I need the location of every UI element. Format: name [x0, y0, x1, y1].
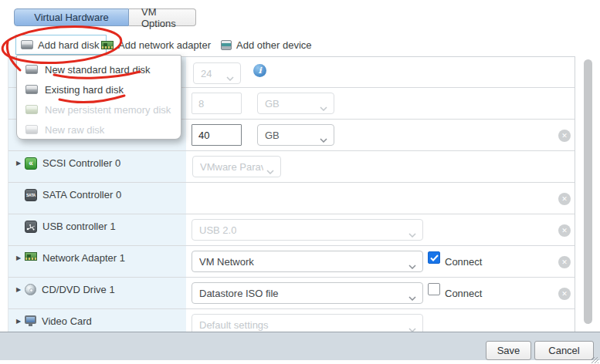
add-network-adapter-button[interactable]: Add network adapter	[101, 35, 211, 55]
menu-item-label: New standard hard disk	[45, 64, 151, 76]
video-settings-select: Default settings	[192, 314, 423, 332]
usb-controller-icon	[25, 221, 37, 233]
row-usb-controller: ▶ USB controller 1 USB 2.0	[8, 214, 575, 246]
row-label: SATA Controller 0	[42, 189, 121, 201]
network-label-cell: ▶ Network Adapter 1	[8, 246, 186, 277]
chevron-down-icon	[408, 260, 416, 271]
chevron-down-icon	[408, 228, 416, 240]
sata-controller-icon: SATA	[25, 189, 37, 201]
chevron-down-icon	[320, 133, 327, 145]
expand-arrow-icon[interactable]: ▶	[16, 252, 25, 265]
network-adapter-icon	[101, 41, 114, 49]
cd-dvd-icon	[25, 284, 36, 295]
tab-virtual-hardware[interactable]: Virtual Hardware	[14, 8, 129, 26]
menu-item-new-persistent-memory-disk: New persistent memory disk	[17, 99, 181, 120]
video-label-cell: ▶ Video Card	[8, 309, 186, 332]
hard-disk-icon	[21, 40, 33, 49]
add-hard-disk-label: Add hard disk	[38, 39, 100, 51]
network-adapter-icon	[25, 252, 37, 261]
add-device-toolbar: Add hard disk Add network adapter Add ot…	[0, 35, 600, 56]
remove-cd-dvd-icon[interactable]: ✕	[558, 288, 571, 300]
add-network-adapter-label: Add network adapter	[118, 39, 211, 51]
chevron-down-icon	[408, 323, 416, 332]
remove-usb-controller-icon[interactable]: ✕	[558, 224, 571, 237]
tab-vm-options[interactable]: VM Options	[129, 8, 196, 26]
scsi-type-select: VMware Paravirtual	[192, 156, 281, 177]
row-network-adapter: ▶ Network Adapter 1 VM Network Connect ✕	[8, 246, 575, 278]
menu-item-new-raw-disk: New raw disk	[17, 120, 181, 140]
video-card-icon	[25, 315, 36, 324]
row-label: SCSI Controller 0	[42, 157, 120, 170]
vm-edit-settings-dialog: Virtual Hardware VM Options Add hard dis…	[0, 0, 600, 364]
hard-disk-icon	[25, 65, 38, 74]
menu-item-new-standard-hard-disk[interactable]: New standard hard disk	[17, 59, 181, 79]
row-sata-controller: ▶ SATA SATA Controller 0 ✕	[8, 183, 575, 214]
chevron-down-icon	[226, 72, 234, 83]
cpu-info-icon[interactable]: i	[253, 64, 266, 77]
remove-hard-disk-icon[interactable]: ✕	[558, 130, 571, 142]
memory-size-input	[192, 93, 242, 114]
expand-arrow-icon[interactable]: ▶	[16, 315, 25, 328]
remove-network-adapter-icon[interactable]: ✕	[558, 256, 571, 268]
memory-control-cell	[186, 88, 575, 119]
add-other-device-label: Add other device	[236, 39, 312, 51]
cd-connect-checkbox[interactable]	[428, 283, 440, 295]
cd-connect-label: Connect	[445, 288, 482, 299]
cd-label-cell: ▶ CD/DVD Drive 1	[8, 278, 186, 308]
sata-label-cell: ▶ SATA SATA Controller 0	[8, 183, 186, 214]
scsi-label-cell: ▶ « SCSI Controller 0	[8, 151, 186, 182]
save-button[interactable]: Save	[486, 341, 531, 360]
chevron-down-icon	[266, 165, 274, 177]
chevron-down-icon	[320, 102, 327, 113]
hard-disk-unit-select[interactable]: GB	[257, 124, 334, 146]
row-label: CD/DVD Drive 1	[42, 284, 115, 296]
add-hard-disk-dropdown-menu: New standard hard disk Existing hard dis…	[16, 55, 181, 140]
tab-bar: Virtual Hardware VM Options	[14, 8, 196, 26]
remove-sata-controller-icon[interactable]: ✕	[558, 193, 571, 205]
usb-label-cell: ▶ USB controller 1	[8, 214, 186, 245]
expand-arrow-icon[interactable]: ▶	[16, 157, 25, 170]
hard-disk-size-input[interactable]	[192, 124, 242, 146]
chevron-down-icon	[408, 292, 416, 303]
row-video-card: ▶ Video Card Default settings	[8, 309, 575, 332]
network-connect-checkbox[interactable]	[428, 251, 440, 264]
network-connect-label: Connect	[445, 256, 482, 268]
cpu-control-cell	[186, 57, 575, 87]
menu-item-existing-hard-disk[interactable]: Existing hard disk	[17, 79, 181, 99]
cd-media-select[interactable]: Datastore ISO file	[192, 282, 423, 304]
memory-unit-select: GB	[257, 93, 334, 114]
vertical-scrollbar[interactable]	[584, 59, 592, 324]
usb-version-select: USB 2.0	[192, 219, 423, 241]
scsi-controller-icon: «	[25, 157, 37, 170]
dialog-footer: Save Cancel	[0, 332, 600, 360]
hard-disk-control-cell	[186, 120, 575, 150]
menu-item-label: New persistent memory disk	[45, 104, 171, 116]
sata-control-cell	[186, 183, 575, 214]
row-scsi-controller: ▶ « SCSI Controller 0 VMware Paravirtual	[8, 151, 575, 183]
network-select[interactable]: VM Network	[192, 251, 423, 272]
persistent-memory-disk-icon	[25, 105, 38, 114]
row-cd-dvd-drive: ▶ CD/DVD Drive 1 Datastore ISO file Conn…	[8, 278, 575, 309]
menu-item-label: Existing hard disk	[45, 84, 124, 96]
add-hard-disk-button[interactable]: Add hard disk	[15, 35, 107, 55]
row-label: Network Adapter 1	[42, 252, 125, 265]
cancel-button[interactable]: Cancel	[534, 341, 594, 360]
menu-item-label: New raw disk	[45, 124, 104, 136]
row-label: Video Card	[42, 315, 92, 328]
resize-handle[interactable]	[592, 357, 598, 363]
add-other-device-button[interactable]: Add other device	[221, 35, 312, 55]
other-device-icon	[221, 40, 232, 50]
hard-disk-icon	[25, 85, 38, 94]
cpu-count-select: 24	[193, 62, 241, 84]
raw-disk-icon	[25, 125, 38, 134]
row-label: USB controller 1	[42, 221, 116, 233]
expand-arrow-icon[interactable]: ▶	[16, 284, 25, 296]
